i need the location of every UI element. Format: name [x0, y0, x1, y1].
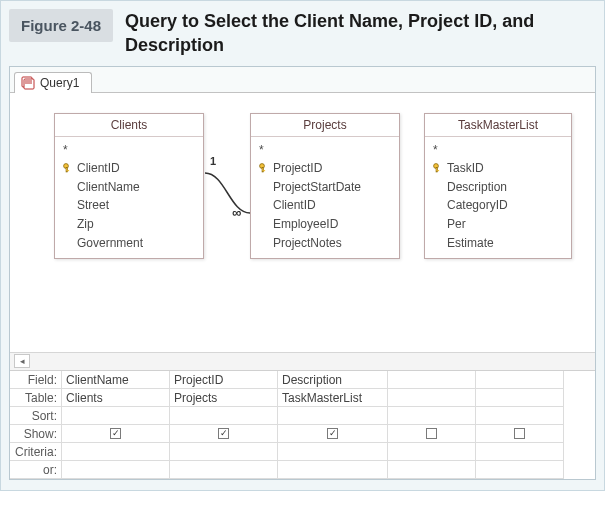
grid-cell-or[interactable]: [388, 461, 476, 479]
field-label: EmployeeID: [273, 215, 338, 234]
row-label-field: Field:: [10, 371, 62, 389]
show-checkbox[interactable]: ✓: [110, 428, 121, 439]
scroll-left-icon[interactable]: ◂: [14, 354, 30, 368]
figure-title: Query to Select the Client Name, Project…: [125, 9, 596, 58]
grid-cell-show[interactable]: [476, 425, 564, 443]
table-title: TaskMasterList: [425, 114, 571, 137]
field-label: ClientID: [273, 196, 316, 215]
primary-key-icon: [259, 163, 269, 173]
grid-cell-or[interactable]: [170, 461, 278, 479]
field-star[interactable]: *: [259, 141, 393, 160]
grid-cell-or[interactable]: [278, 461, 388, 479]
grid-cell-show[interactable]: ✓: [170, 425, 278, 443]
grid-cell-show[interactable]: ✓: [62, 425, 170, 443]
design-surface[interactable]: 1 ∞ Clients * ClientID ClientName Street…: [10, 93, 595, 353]
field-label: ProjectNotes: [273, 234, 342, 253]
grid-cell-table[interactable]: Clients: [62, 389, 170, 407]
grid-cell-field[interactable]: ProjectID: [170, 371, 278, 389]
table-title: Clients: [55, 114, 203, 137]
field-label: Street: [77, 196, 109, 215]
field-projectid[interactable]: ProjectID: [259, 159, 393, 178]
field-star[interactable]: *: [433, 141, 565, 160]
table-box-taskmasterlist[interactable]: TaskMasterList * TaskID Description Cate…: [424, 113, 572, 260]
svg-rect-9: [264, 170, 266, 171]
svg-rect-6: [68, 170, 70, 171]
show-checkbox[interactable]: ✓: [327, 428, 338, 439]
tab-query1[interactable]: Query1: [14, 72, 92, 93]
field-categoryid[interactable]: CategoryID: [433, 196, 565, 215]
grid-cell-field[interactable]: [388, 371, 476, 389]
row-label-table: Table:: [10, 389, 62, 407]
qbe-grid: Field: ClientName ProjectID Description …: [10, 371, 595, 479]
field-clientname[interactable]: ClientName: [63, 178, 197, 197]
field-label: Description: [447, 178, 507, 197]
field-label: Per: [447, 215, 466, 234]
field-street[interactable]: Street: [63, 196, 197, 215]
grid-cell-criteria[interactable]: [476, 443, 564, 461]
table-title: Projects: [251, 114, 399, 137]
field-label: ClientName: [77, 178, 140, 197]
figure-number-tag: Figure 2-48: [9, 9, 113, 42]
grid-cell-show[interactable]: [388, 425, 476, 443]
field-description[interactable]: Description: [433, 178, 565, 197]
grid-cell-or[interactable]: [62, 461, 170, 479]
show-checkbox[interactable]: ✓: [218, 428, 229, 439]
field-star[interactable]: *: [63, 141, 197, 160]
row-label-or: or:: [10, 461, 62, 479]
grid-cell-criteria[interactable]: [278, 443, 388, 461]
svg-rect-11: [436, 168, 438, 173]
field-projectnotes[interactable]: ProjectNotes: [259, 234, 393, 253]
grid-cell-field[interactable]: [476, 371, 564, 389]
grid-cell-table[interactable]: Projects: [170, 389, 278, 407]
grid-cell-sort[interactable]: [170, 407, 278, 425]
table-fields: * TaskID Description CategoryID Per Esti…: [425, 137, 571, 259]
field-pr-clientid[interactable]: ClientID: [259, 196, 393, 215]
field-taskid[interactable]: TaskID: [433, 159, 565, 178]
primary-key-icon: [63, 163, 73, 173]
field-label: Zip: [77, 215, 94, 234]
query-icon: [21, 76, 35, 90]
show-checkbox[interactable]: [426, 428, 437, 439]
query-design-window: Query1 1 ∞ Clients * ClientID: [9, 66, 596, 480]
field-clientid[interactable]: ClientID: [63, 159, 197, 178]
field-per[interactable]: Per: [433, 215, 565, 234]
show-checkbox[interactable]: [514, 428, 525, 439]
field-label: ClientID: [77, 159, 120, 178]
grid-cell-or[interactable]: [476, 461, 564, 479]
field-estimate[interactable]: Estimate: [433, 234, 565, 253]
primary-key-icon: [433, 163, 443, 173]
row-label-show: Show:: [10, 425, 62, 443]
figure-header: Figure 2-48 Query to Select the Client N…: [9, 1, 596, 66]
grid-cell-show[interactable]: ✓: [278, 425, 388, 443]
field-label: Estimate: [447, 234, 494, 253]
grid-cell-sort[interactable]: [476, 407, 564, 425]
field-zip[interactable]: Zip: [63, 215, 197, 234]
table-box-clients[interactable]: Clients * ClientID ClientName Street Zip…: [54, 113, 204, 260]
grid-cell-table[interactable]: TaskMasterList: [278, 389, 388, 407]
table-fields: * ClientID ClientName Street Zip Governm…: [55, 137, 203, 259]
table-box-projects[interactable]: Projects * ProjectID ProjectStartDate Cl…: [250, 113, 400, 260]
grid-cell-criteria[interactable]: [170, 443, 278, 461]
field-projectstartdate[interactable]: ProjectStartDate: [259, 178, 393, 197]
relationship-many-label: ∞: [232, 205, 241, 220]
svg-rect-5: [66, 168, 68, 173]
table-fields: * ProjectID ProjectStartDate ClientID Em…: [251, 137, 399, 259]
grid-cell-table[interactable]: [476, 389, 564, 407]
grid-cell-sort[interactable]: [62, 407, 170, 425]
horizontal-scrollbar[interactable]: ◂: [10, 353, 595, 371]
field-employeeid[interactable]: EmployeeID: [259, 215, 393, 234]
grid-cell-sort[interactable]: [278, 407, 388, 425]
field-government[interactable]: Government: [63, 234, 197, 253]
svg-rect-12: [438, 170, 440, 171]
grid-cell-field[interactable]: ClientName: [62, 371, 170, 389]
grid-cell-sort[interactable]: [388, 407, 476, 425]
relationship-one-label: 1: [210, 155, 216, 167]
row-label-criteria: Criteria:: [10, 443, 62, 461]
grid-cell-criteria[interactable]: [388, 443, 476, 461]
grid-cell-table[interactable]: [388, 389, 476, 407]
field-label: TaskID: [447, 159, 484, 178]
grid-cell-criteria[interactable]: [62, 443, 170, 461]
tab-label: Query1: [40, 76, 79, 90]
field-label: Government: [77, 234, 143, 253]
grid-cell-field[interactable]: Description: [278, 371, 388, 389]
